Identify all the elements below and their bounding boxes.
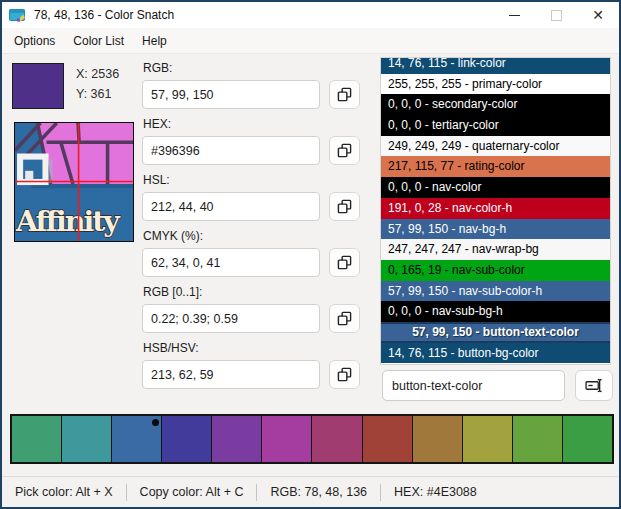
color-list-item[interactable]: 0, 0, 0 - tertiary-color: [381, 115, 610, 136]
field-label: RGB [0..1]:: [143, 285, 360, 300]
menu-item-color-list[interactable]: Color List: [64, 34, 133, 48]
color-list-item[interactable]: 0, 0, 0 - nav-color: [381, 177, 610, 198]
color-list-item[interactable]: 57, 99, 150 - nav-bg-h: [381, 219, 610, 240]
copy-button[interactable]: [329, 360, 360, 389]
field-input[interactable]: [142, 80, 320, 109]
palette-swatch[interactable]: [62, 416, 112, 462]
palette-swatch[interactable]: [112, 416, 162, 462]
field-group: RGB:: [142, 61, 360, 109]
color-list: 14, 76, 115 - link-color255, 255, 255 - …: [380, 57, 611, 365]
coordinate-x: X: 2536: [76, 64, 119, 84]
color-list-item[interactable]: 247, 247, 247 - nav-wrap-bg: [381, 239, 610, 260]
color-list-item[interactable]: 57, 99, 150 - nav-sub-color-h: [381, 281, 610, 302]
preview-text: Affinity: [15, 204, 121, 238]
coordinate-y: Y: 361: [76, 84, 119, 104]
magnifier-preview-image: Affinity: [15, 123, 133, 241]
palette-swatch[interactable]: [312, 416, 362, 462]
palette-marker-dot: [152, 419, 159, 426]
magnifier-preview: Affinity: [14, 122, 134, 242]
color-name-input[interactable]: [382, 370, 565, 401]
palette-strip: [10, 414, 614, 464]
palette-swatch[interactable]: [363, 416, 413, 462]
palette-swatch[interactable]: [413, 416, 463, 462]
field-group: HSL:: [142, 173, 360, 221]
field-label: HEX:: [143, 117, 360, 132]
rename-icon: [585, 378, 604, 393]
color-list-item[interactable]: 14, 76, 115 - button-bg-color: [381, 343, 610, 364]
menu-item-options[interactable]: Options: [5, 34, 64, 48]
copy-icon: [337, 311, 352, 326]
window-title: 78, 48, 136 - Color Snatch: [34, 8, 174, 22]
field-label: RGB:: [143, 61, 360, 76]
color-list-item[interactable]: 14, 76, 115 - link-color: [381, 57, 610, 74]
menu-bar: OptionsColor ListHelp: [2, 28, 619, 54]
app-icon: [9, 8, 26, 23]
copy-icon: [337, 367, 352, 382]
status-item: Copy color: Alt + C: [127, 485, 257, 499]
window-controls: ✕: [493, 2, 619, 28]
copy-button[interactable]: [329, 80, 360, 109]
close-button[interactable]: ✕: [577, 2, 619, 28]
cursor-coordinates: X: 2536 Y: 361: [76, 64, 119, 104]
menu-item-help[interactable]: Help: [133, 34, 176, 48]
color-list-item[interactable]: 0, 0, 0 - nav-sub-bg-h: [381, 301, 610, 322]
field-input[interactable]: [142, 248, 320, 277]
palette-swatch[interactable]: [463, 416, 513, 462]
field-group: CMYK (%):: [142, 229, 360, 277]
rename-button[interactable]: [575, 370, 613, 401]
field-input[interactable]: [142, 304, 320, 333]
title-bar: 78, 48, 136 - Color Snatch ✕: [2, 2, 619, 28]
palette-swatch[interactable]: [12, 416, 62, 462]
palette-swatch[interactable]: [212, 416, 262, 462]
copy-button[interactable]: [329, 248, 360, 277]
color-list-item[interactable]: 217, 115, 77 - rating-color: [381, 156, 610, 177]
app-window: 78, 48, 136 - Color Snatch ✕ OptionsColo…: [0, 0, 621, 509]
status-bar: Pick color: Alt + XCopy color: Alt + CRG…: [2, 476, 619, 507]
field-label: HSL:: [143, 173, 360, 188]
status-item: Pick color: Alt + X: [2, 485, 126, 499]
color-fields-column: RGB: HEX:: [142, 61, 360, 397]
palette-swatch[interactable]: [162, 416, 212, 462]
color-list-item[interactable]: 249, 249, 249 - quaternary-color: [381, 136, 610, 157]
color-list-item[interactable]: 255, 255, 255 - primary-color: [381, 74, 610, 95]
field-label: CMYK (%):: [143, 229, 360, 244]
picked-color-swatch: [12, 63, 64, 109]
field-input[interactable]: [142, 136, 320, 165]
copy-icon: [337, 199, 352, 214]
color-list-item[interactable]: 0, 0, 0 - secondary-color: [381, 94, 610, 115]
copy-button[interactable]: [329, 192, 360, 221]
close-icon: ✕: [592, 8, 604, 22]
color-list-item[interactable]: 57, 99, 150 - button-text-color: [381, 322, 610, 343]
field-label: HSB/HSV:: [143, 341, 360, 356]
minimize-button[interactable]: [493, 2, 535, 28]
field-group: HSB/HSV:: [142, 341, 360, 389]
color-list-item[interactable]: 0, 165, 19 - nav-sub-color: [381, 260, 610, 281]
field-group: RGB [0..1]:: [142, 285, 360, 333]
palette-swatch[interactable]: [262, 416, 312, 462]
copy-icon: [337, 87, 352, 102]
status-item: RGB: 78, 48, 136: [257, 485, 380, 499]
status-item: HEX: #4E3088: [381, 485, 490, 499]
maximize-button: [535, 2, 577, 28]
field-input[interactable]: [142, 360, 320, 389]
palette-swatch[interactable]: [563, 416, 612, 462]
minimize-icon: [509, 15, 520, 16]
copy-button[interactable]: [329, 304, 360, 333]
copy-icon: [337, 255, 352, 270]
maximize-icon: [551, 10, 562, 21]
color-list-item[interactable]: 191, 0, 28 - nav-color-h: [381, 198, 610, 219]
field-input[interactable]: [142, 192, 320, 221]
field-group: HEX:: [142, 117, 360, 165]
copy-icon: [337, 143, 352, 158]
color-list-items: 14, 76, 115 - link-color255, 255, 255 - …: [381, 57, 610, 363]
palette-swatch[interactable]: [513, 416, 563, 462]
copy-button[interactable]: [329, 136, 360, 165]
